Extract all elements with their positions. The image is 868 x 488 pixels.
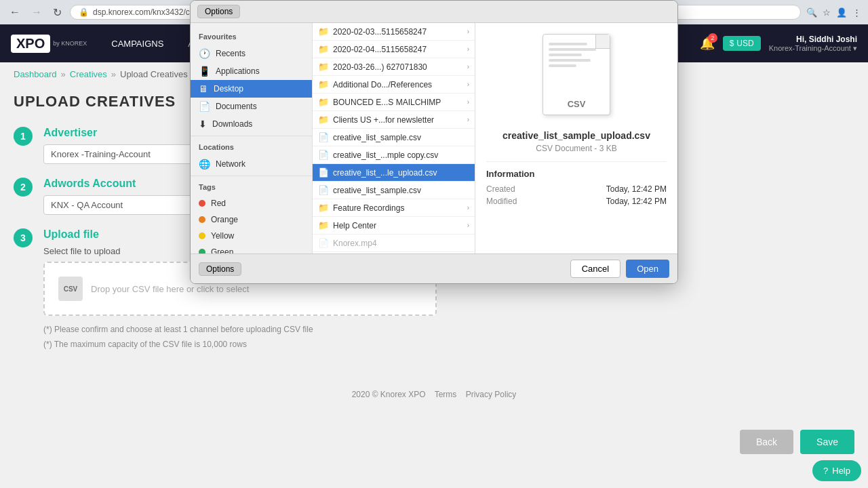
file-item[interactable]: 📄Knorex.mp4 [313,235,475,252]
upload-note-2: (*) The maximum capacity of the CSV file… [43,338,854,352]
dialog-footer: Options Cancel Open [191,253,677,283]
applications-icon: 📱 [199,66,210,77]
tag-orange[interactable]: Orange [191,211,312,228]
file-item[interactable]: 📁Additional Do.../References› [313,76,475,94]
file-item[interactable]: 📁BOUNCED E...S MAILCHIMP› [313,94,475,111]
green-dot [199,249,205,253]
file-item[interactable]: 📁2020-02-03...5115658247› [313,23,475,41]
user-circle-icon[interactable]: 👤 [836,7,847,18]
browser-forward-btn[interactable]: → [28,5,45,20]
csv-preview-label: CSV [543,99,610,109]
file-name: Help Center [333,221,463,230]
browser-reload-btn[interactable]: ↻ [50,5,64,20]
step-1-number: 1 [14,127,33,146]
file-type-icon: 📄 [318,132,329,142]
applications-label: Applications [216,66,260,76]
sidebar-documents[interactable]: 📄 Documents [191,98,312,115]
file-type-icon: 📁 [318,97,329,107]
user-account: Knorex-Training-Account ▾ [769,44,857,53]
doc-line-3 [549,54,582,56]
file-name: 2020-03-26...) 627071830 [333,62,463,72]
preview-filename: creative_list_sample_upload.csv [502,130,650,141]
file-type-icon: 📁 [318,79,329,89]
doc-lines [543,37,610,75]
tag-red[interactable]: Red [191,195,312,211]
desktop-label: Desktop [214,84,243,94]
file-item[interactable]: 📁My Reports feature› [313,252,475,253]
dialog-filelist: 📁2020-02-03...5115658247›📁2020-02-04...5… [313,23,475,253]
file-name: Knorex.mp4 [333,239,469,248]
file-type-icon: 📁 [318,44,329,54]
footer-privacy[interactable]: Privacy Policy [466,390,517,399]
file-name: Additional Do.../References [333,80,463,89]
preview-type-size: CSV Document - 3 KB [536,144,616,153]
recents-icon: 🕐 [199,48,210,59]
file-item[interactable]: 📁Help Center› [313,217,475,235]
menu-icon[interactable]: ⋮ [852,7,861,18]
file-name: Feature Recordings [333,203,463,213]
tag-yellow[interactable]: Yellow [191,228,312,244]
orange-dot [199,216,205,223]
tag-green[interactable]: Green [191,244,312,253]
doc-line-4 [549,59,591,62]
breadcrumb-sep-1: » [61,69,66,79]
dialog-footer-buttons: Cancel Open [570,260,669,278]
breadcrumb-dashboard[interactable]: Dashboard [14,69,57,79]
browser-back-btn[interactable]: ← [7,5,23,20]
folder-arrow-icon: › [467,81,469,88]
folder-arrow-icon: › [467,28,469,35]
sidebar-applications[interactable]: 📱 Applications [191,62,312,80]
sidebar-desktop[interactable]: 🖥 Desktop [191,80,312,98]
currency-button[interactable]: $ USD [723,36,761,51]
file-item[interactable]: 📄creative_list_sample.csv [313,182,475,199]
breadcrumb-creatives[interactable]: Creatives [70,69,107,79]
downloads-label: Downloads [212,119,252,129]
user-info: Hi, Siddhi Joshi Knorex-Training-Account… [769,35,857,53]
file-item[interactable]: 📄creative_list_sample.csv [313,129,475,146]
file-name: Clients US +...for newsletter [333,115,463,125]
notification-icon[interactable]: 🔔 2 [700,36,715,51]
file-item[interactable]: 📁Feature Recordings› [313,199,475,217]
green-label: Green [211,247,233,253]
documents-icon: 📄 [199,101,210,112]
footer-terms[interactable]: Terms [435,390,457,399]
star-icon[interactable]: ☆ [823,7,831,18]
preview-modified-row: Modified Today, 12:42 PM [486,197,667,206]
folder-arrow-icon: › [467,222,469,229]
file-name: BOUNCED E...S MAILCHIMP [333,98,463,107]
file-type-icon: 📄 [318,185,329,195]
upload-drop-text: Drop your CSV file here or click to sele… [91,284,249,294]
footer-copyright: 2020 © Knorex XPO [352,390,426,399]
file-item[interactable]: 📁Clients US +...for newsletter› [313,111,475,129]
search-icon[interactable]: 🔍 [806,7,817,18]
file-item[interactable]: 📁2020-03-26...) 627071830› [313,58,475,76]
sidebar-recents[interactable]: 🕐 Recents [191,45,312,62]
file-type-icon: 📄 [318,150,329,160]
file-item[interactable]: 📁2020-02-04...5115658247› [313,41,475,58]
sidebar-network[interactable]: 🌐 Network [191,155,312,173]
downloads-icon: ⬇ [199,119,207,129]
file-item[interactable]: 📄creative_list_...le_upload.csv [313,164,475,182]
csv-preview-doc: CSV [542,34,610,115]
dialog-preview: CSV creative_list_sample_upload.csv CSV … [475,23,677,253]
red-dot [199,200,205,207]
folder-arrow-icon: › [467,116,469,123]
file-name: creative_list_...mple copy.csv [333,150,469,160]
nav-campaigns[interactable]: CAMPAIGNS [100,33,174,54]
dialog-cancel-button[interactable]: Cancel [570,260,620,278]
network-icon: 🌐 [199,159,210,169]
tags-label: Tags [191,179,312,195]
doc-line-2 [549,48,596,51]
sidebar-downloads[interactable]: ⬇ Downloads [191,115,312,133]
dialog-open-button[interactable]: Open [626,260,669,278]
file-type-icon: 📁 [318,26,329,37]
upload-notes: (*) Please confirm and choose at least 1… [43,323,854,352]
dialog-options-btn-bottom[interactable]: Options [199,262,241,276]
dialog-options-button[interactable]: Options [197,5,240,18]
file-name: creative_list_sample.csv [333,186,469,195]
doc-line-1 [549,43,587,45]
yellow-label: Yellow [211,231,234,241]
file-item[interactable]: 📄creative_list_...mple copy.csv [313,146,475,164]
logo-sub: by KNOREX [53,40,87,47]
file-type-icon: 📁 [318,220,329,230]
